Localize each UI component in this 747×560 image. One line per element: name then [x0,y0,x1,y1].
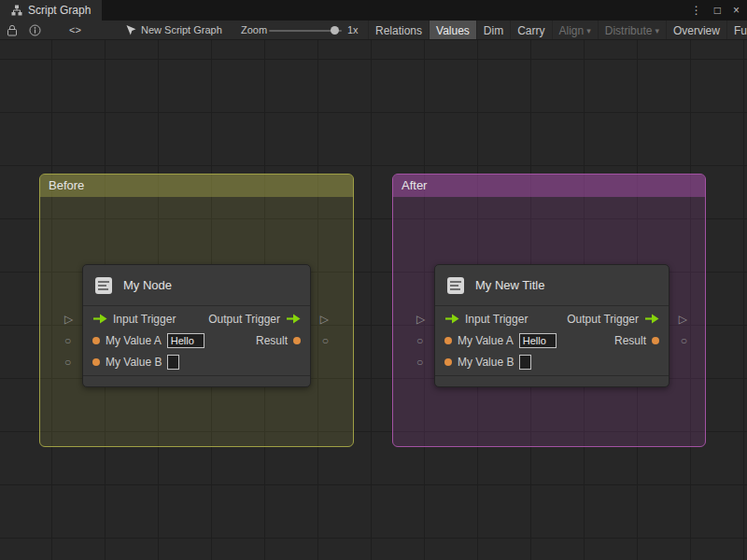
value-port-icon[interactable]: ○ [416,357,423,368]
value-a-label: My Value A [458,334,514,347]
zoom-slider[interactable] [269,21,344,40]
flow-port-icon[interactable]: ▷ [320,314,329,325]
value-in-icon[interactable] [444,358,452,366]
script-graph-icon [11,5,22,16]
relations-button[interactable]: Relations [368,21,429,40]
group-title: Before [49,178,84,192]
window-controls: ⋮ □ × [691,0,740,21]
carry-label: Carry [517,24,544,37]
input-trigger-label: Input Trigger [113,313,176,326]
group-after-header[interactable]: After [393,175,705,197]
result-out-icon[interactable] [293,337,301,344]
relations-label: Relations [375,24,422,37]
node-title: My New Title [475,278,544,292]
value-a-input[interactable] [167,333,204,348]
graph-name: New Script Graph [141,21,222,40]
output-trigger-label: Output Trigger [567,313,639,326]
value-in-icon[interactable] [92,337,100,344]
fullscreen-button[interactable]: Full Scr [726,21,747,40]
trigger-out-icon[interactable] [644,314,659,324]
dim-button[interactable]: Dim [476,21,510,40]
node-body: ▷ Input Trigger Output Trigger [435,306,669,372]
overview-label: Overview [673,24,720,37]
lock-icon[interactable] [7,24,18,36]
align-button[interactable]: Align ▾ [552,21,598,40]
result-label: Result [256,334,288,347]
unit-icon [446,276,465,295]
chevron-down-icon: ▾ [586,26,591,35]
value-port-icon[interactable]: ○ [416,335,423,346]
value-b-label: My Value B [458,356,514,369]
maximize-icon[interactable]: □ [714,4,721,17]
result-out-icon[interactable] [652,337,659,344]
values-button[interactable]: Values [429,21,476,40]
node-title: My Node [123,278,172,292]
flow-port-icon[interactable]: ▷ [64,314,73,325]
output-trigger-label: Output Trigger [208,313,280,326]
value-a-row: ○ My Value A Result ○ [435,329,669,351]
align-label: Align [559,24,585,37]
trigger-in-icon[interactable] [444,314,459,324]
trigger-row: ▷ Input Trigger Output Trigger [435,308,669,329]
node-my-node[interactable]: My Node ▷ Input Trigger [82,264,311,387]
toolbar-buttons: Relations Values Dim Carry Align ▾ Distr… [368,21,747,40]
value-b-row: ○ My Value B [83,351,310,372]
distribute-button[interactable]: Distribute ▾ [598,21,666,40]
flow-port-icon[interactable]: ▷ [416,314,425,325]
tab-title: Script Graph [28,4,91,17]
value-a-input[interactable] [519,333,557,348]
group-title: After [402,178,427,192]
trigger-row: ▷ Input Trigger Output Trigger [83,308,310,329]
value-port-icon[interactable]: ○ [681,335,687,346]
zoom-slider-knob[interactable] [331,26,339,35]
value-a-label: My Value A [106,334,162,347]
more-menu-icon[interactable]: ⋮ [691,4,702,17]
node-footer [435,375,669,386]
input-trigger-label: Input Trigger [465,313,528,326]
overview-button[interactable]: Overview [666,21,726,40]
result-label: Result [614,334,646,347]
value-b-input[interactable] [167,355,179,370]
node-body: ▷ Input Trigger Output Trigger [83,306,310,372]
tab-bar: Script Graph ⋮ □ × [0,0,747,21]
value-in-icon[interactable] [92,358,100,366]
unit-icon [94,276,113,295]
unity-window: Script Graph ⋮ □ × <> N [0,0,747,560]
node-footer [83,375,310,386]
value-a-row: ○ My Value A Result ○ [83,329,310,351]
value-b-row: ○ My Value B [435,351,669,372]
graph-pointer-icon [125,24,136,36]
value-port-icon[interactable]: ○ [64,335,71,346]
zoom-value: 1x [347,21,359,40]
tab-script-graph[interactable]: Script Graph [0,0,102,21]
value-port-icon[interactable]: ○ [322,335,329,346]
close-icon[interactable]: × [733,4,740,17]
info-icon[interactable] [29,24,41,36]
trigger-in-icon[interactable] [92,314,107,324]
code-toggle-icon[interactable]: <> [69,21,81,40]
value-b-input[interactable] [519,355,531,370]
carry-button[interactable]: Carry [510,21,551,40]
fullscreen-label: Full Scr [734,24,747,37]
value-port-icon[interactable]: ○ [64,357,71,368]
node-header[interactable]: My New Title [435,265,669,306]
graph-canvas[interactable]: Before After My Node [0,40,747,560]
node-header[interactable]: My Node [83,265,310,306]
dim-label: Dim [484,24,503,37]
zoom-label: Zoom [241,21,267,40]
values-label: Values [436,24,470,37]
group-before-header[interactable]: Before [40,175,353,197]
chevron-down-icon: ▾ [655,26,659,35]
flow-port-icon[interactable]: ▷ [679,314,687,325]
node-my-new-title[interactable]: My New Title ▷ Input Trigger [434,264,669,387]
value-in-icon[interactable] [444,337,452,344]
value-b-label: My Value B [106,356,162,369]
trigger-out-icon[interactable] [286,314,301,324]
distribute-label: Distribute [605,24,653,37]
toolbar: <> New Script Graph Zoom 1x Relations Va… [0,21,747,40]
